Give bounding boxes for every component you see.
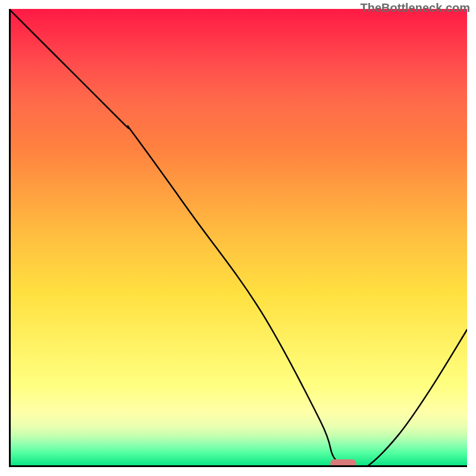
y-axis — [9, 9, 11, 467]
plot-area — [9, 9, 467, 467]
x-axis — [9, 465, 467, 467]
bottleneck-curve — [9, 9, 467, 467]
chart-container: TheBottleneck.com — [0, 0, 476, 476]
watermark-text: TheBottleneck.com — [361, 1, 470, 15]
